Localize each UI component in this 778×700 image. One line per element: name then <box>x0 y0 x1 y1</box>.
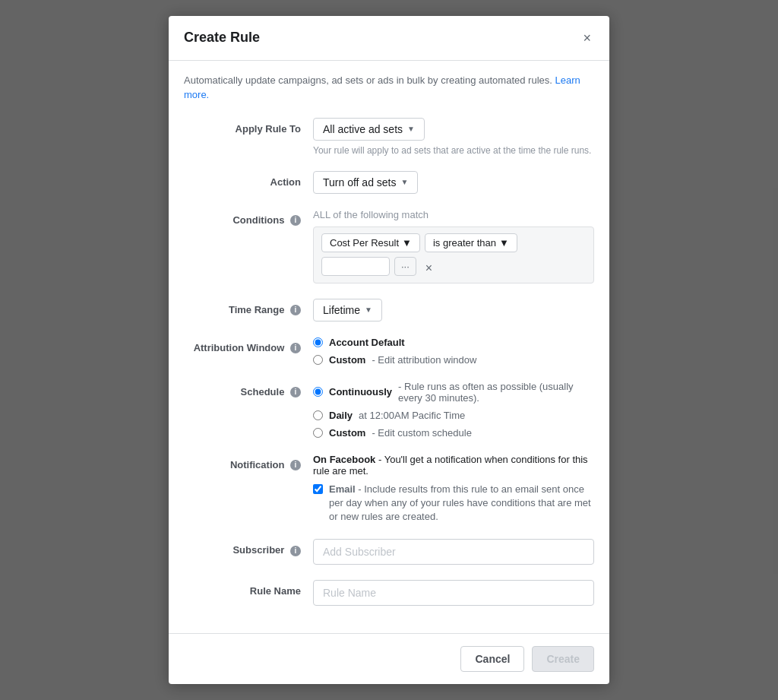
schedule-radio-group: Continuously - Rule runs as often as pos… <box>313 381 594 439</box>
rule-name-content <box>313 580 594 606</box>
apply-rule-dropdown[interactable]: All active ad sets ▼ <box>313 118 425 141</box>
action-label: Action <box>184 171 313 188</box>
cancel-button[interactable]: Cancel <box>460 646 524 672</box>
create-rule-modal: Create Rule × Automatically update campa… <box>169 16 609 685</box>
notification-email-text: Email - Include results from this rule t… <box>329 483 594 524</box>
time-range-row: Time Range i Lifetime ▼ <box>184 299 594 321</box>
notification-content: On Facebook - You'll get a notification … <box>313 454 594 524</box>
schedule-continuously-label: Continuously <box>329 386 392 398</box>
subscriber-input[interactable] <box>313 539 594 565</box>
schedule-daily-option[interactable]: Daily at 12:00AM Pacific Time <box>313 410 594 421</box>
action-dropdown[interactable]: Turn off ad sets ▼ <box>313 171 418 194</box>
create-button[interactable]: Create <box>532 646 594 672</box>
notification-info-icon[interactable]: i <box>290 460 301 470</box>
remove-condition-button[interactable]: × <box>421 260 437 277</box>
apply-rule-row: Apply Rule To All active ad sets ▼ Your … <box>184 118 594 156</box>
schedule-content: Continuously - Rule runs as often as pos… <box>313 381 594 439</box>
conditions-info-icon[interactable]: i <box>290 215 301 226</box>
modal-body: Automatically update campaigns, ad sets … <box>169 61 609 634</box>
modal-footer: Cancel Create <box>169 633 609 684</box>
time-range-info-icon[interactable]: i <box>290 305 301 315</box>
action-caret-icon: ▼ <box>401 178 409 186</box>
time-range-label: Time Range i <box>184 299 313 316</box>
attribution-account-default-label: Account Default <box>329 337 405 348</box>
schedule-continuously-option[interactable]: Continuously - Rule runs as often as pos… <box>313 381 594 404</box>
condition-metric-caret-icon: ▼ <box>402 237 412 249</box>
time-range-dropdown[interactable]: Lifetime ▼ <box>313 299 382 321</box>
apply-rule-label: Apply Rule To <box>184 118 313 135</box>
condition-operator-caret-icon: ▼ <box>499 237 509 249</box>
conditions-label: Conditions i <box>184 209 313 226</box>
modal-header: Create Rule × <box>169 16 609 61</box>
schedule-label: Schedule i <box>184 381 313 398</box>
attribution-custom-suffix: - Edit attribution window <box>372 354 476 366</box>
apply-rule-caret-icon: ▼ <box>407 125 415 133</box>
attribution-account-default-radio[interactable] <box>313 337 323 347</box>
attribution-info-icon[interactable]: i <box>290 343 301 353</box>
attribution-custom-option[interactable]: Custom - Edit attribution window <box>313 354 594 366</box>
attribution-label: Attribution Window i <box>184 337 313 354</box>
rule-name-row: Rule Name <box>184 580 594 606</box>
schedule-custom-radio[interactable] <box>313 428 323 438</box>
attribution-account-default-option[interactable]: Account Default <box>313 337 594 348</box>
conditions-content: ALL of the following match Cost Per Resu… <box>313 209 594 283</box>
attribution-custom-label: Custom <box>329 354 365 366</box>
condition-row: Cost Per Result ▼ is greater than ▼ ··· … <box>313 226 594 283</box>
subscriber-label: Subscriber i <box>184 539 313 556</box>
schedule-info-icon[interactable]: i <box>290 387 301 398</box>
apply-rule-content: All active ad sets ▼ Your rule will appl… <box>313 118 594 156</box>
modal-overlay: Create Rule × Automatically update campa… <box>0 0 778 700</box>
attribution-row: Attribution Window i Account Default Cus… <box>184 337 594 366</box>
subscriber-row: Subscriber i <box>184 539 594 565</box>
rule-name-input[interactable] <box>313 580 594 606</box>
close-button[interactable]: × <box>580 28 594 48</box>
notification-email-checkbox[interactable] <box>313 484 323 494</box>
apply-rule-hint: Your rule will apply to ad sets that are… <box>313 145 594 156</box>
action-content: Turn off ad sets ▼ <box>313 171 594 194</box>
condition-value-input[interactable] <box>321 257 390 276</box>
conditions-match-text: ALL of the following match <box>313 209 594 220</box>
rule-name-label: Rule Name <box>184 580 313 597</box>
schedule-custom-suffix: - Edit custom schedule <box>372 427 472 439</box>
subscriber-content <box>313 539 594 565</box>
time-range-caret-icon: ▼ <box>365 306 372 314</box>
intro-text: Automatically update campaigns, ad sets … <box>184 73 594 103</box>
schedule-row: Schedule i Continuously - Rule runs as o… <box>184 381 594 439</box>
attribution-radio-group: Account Default Custom - Edit attributio… <box>313 337 594 366</box>
condition-more-button[interactable]: ··· <box>394 257 416 276</box>
schedule-daily-suffix: at 12:00AM Pacific Time <box>359 410 465 421</box>
time-range-content: Lifetime ▼ <box>313 299 594 321</box>
schedule-daily-label: Daily <box>329 410 353 421</box>
attribution-content: Account Default Custom - Edit attributio… <box>313 337 594 366</box>
schedule-continuously-radio[interactable] <box>313 387 323 397</box>
attribution-custom-radio[interactable] <box>313 355 323 365</box>
action-row: Action Turn off ad sets ▼ <box>184 171 594 194</box>
condition-operator-dropdown[interactable]: is greater than ▼ <box>425 233 517 252</box>
schedule-daily-radio[interactable] <box>313 410 323 420</box>
schedule-custom-option[interactable]: Custom - Edit custom schedule <box>313 427 594 439</box>
condition-metric-dropdown[interactable]: Cost Per Result ▼ <box>321 233 420 252</box>
schedule-custom-label: Custom <box>329 427 365 439</box>
subscriber-info-icon[interactable]: i <box>290 546 301 556</box>
notification-email-option[interactable]: Email - Include results from this rule t… <box>313 483 594 524</box>
schedule-continuously-suffix: - Rule runs as often as possible (usuall… <box>398 381 594 404</box>
notification-main-text: On Facebook - You'll get a notification … <box>313 454 594 477</box>
modal-title: Create Rule <box>184 30 260 46</box>
notification-row: Notification i On Facebook - You'll get … <box>184 454 594 524</box>
notification-label: Notification i <box>184 454 313 471</box>
conditions-row: Conditions i ALL of the following match … <box>184 209 594 283</box>
